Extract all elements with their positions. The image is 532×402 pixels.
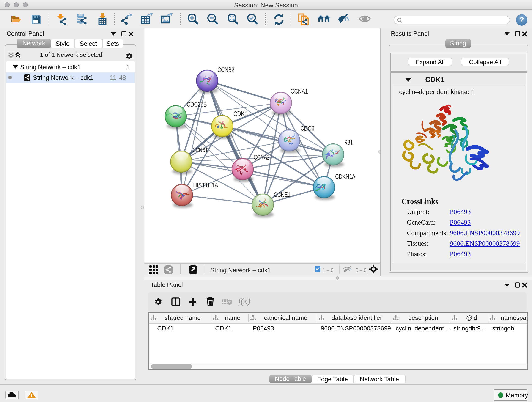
svg-text:CDC6: CDC6 — [300, 125, 314, 132]
svg-text:RB1: RB1 — [344, 139, 353, 146]
svg-text:CCNE1: CCNE1 — [274, 191, 291, 198]
svg-text:CCNA1: CCNA1 — [291, 88, 308, 95]
svg-text:CCNB1: CCNB1 — [192, 146, 208, 153]
svg-text:CDK1: CDK1 — [234, 110, 247, 117]
svg-text:CDC25B: CDC25B — [187, 101, 207, 108]
svg-text:HIST1H1A: HIST1H1A — [193, 182, 218, 189]
svg-text:CCNB2: CCNB2 — [217, 66, 234, 73]
svg-text:CDKN1A: CDKN1A — [335, 173, 355, 180]
svg-text:CCNA2: CCNA2 — [254, 153, 270, 161]
